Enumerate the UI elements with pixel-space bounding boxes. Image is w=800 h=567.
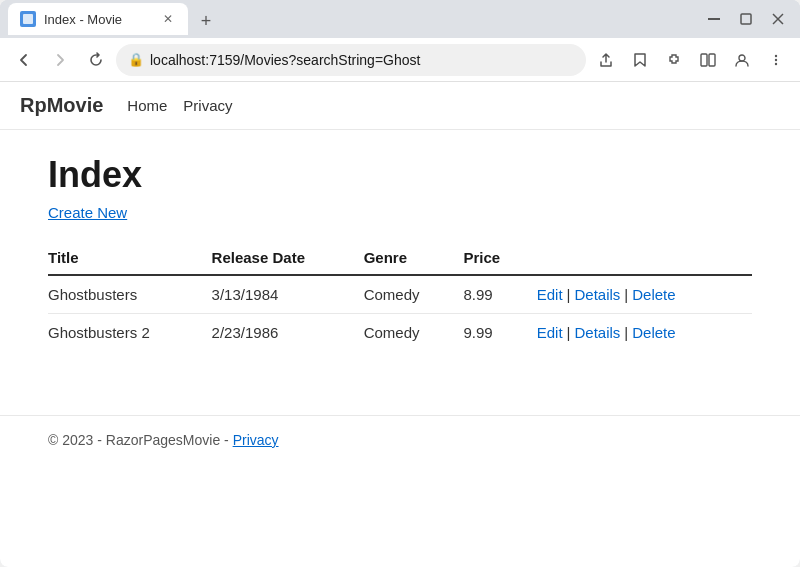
browser-nav-bar: 🔒 localhost:7159/Movies?searchString=Gho… bbox=[0, 38, 800, 82]
menu-button[interactable] bbox=[760, 44, 792, 76]
separator: | bbox=[624, 324, 628, 341]
col-genre: Genre bbox=[364, 241, 464, 275]
details-link[interactable]: Details bbox=[574, 324, 620, 341]
svg-rect-7 bbox=[709, 54, 715, 66]
refresh-button[interactable] bbox=[80, 44, 112, 76]
share-button[interactable] bbox=[590, 44, 622, 76]
main-content: Index Create New Title Release Date Genr… bbox=[0, 130, 800, 383]
profile-button[interactable] bbox=[726, 44, 758, 76]
cell-title: Ghostbusters 2 bbox=[48, 314, 212, 352]
svg-rect-0 bbox=[23, 14, 33, 24]
window-controls bbox=[700, 5, 792, 33]
split-view-button[interactable] bbox=[692, 44, 724, 76]
edit-link[interactable]: Edit bbox=[537, 286, 563, 303]
cell-actions: Edit | Details | Delete bbox=[537, 314, 752, 352]
forward-button[interactable] bbox=[44, 44, 76, 76]
delete-link[interactable]: Delete bbox=[632, 324, 675, 341]
edit-link[interactable]: Edit bbox=[537, 324, 563, 341]
cell-release-date: 3/13/1984 bbox=[212, 275, 364, 314]
table-header-row: Title Release Date Genre Price bbox=[48, 241, 752, 275]
back-button[interactable] bbox=[8, 44, 40, 76]
browser-action-buttons bbox=[590, 44, 792, 76]
table-row: Ghostbusters 3/13/1984 Comedy 8.99 Edit … bbox=[48, 275, 752, 314]
col-title: Title bbox=[48, 241, 212, 275]
col-price: Price bbox=[463, 241, 536, 275]
table-row: Ghostbusters 2 2/23/1986 Comedy 9.99 Edi… bbox=[48, 314, 752, 352]
tab-favicon bbox=[20, 11, 36, 27]
cell-price: 8.99 bbox=[463, 275, 536, 314]
nav-home[interactable]: Home bbox=[127, 97, 167, 114]
cell-price: 9.99 bbox=[463, 314, 536, 352]
svg-point-10 bbox=[775, 58, 777, 60]
separator: | bbox=[567, 286, 571, 303]
details-link[interactable]: Details bbox=[574, 286, 620, 303]
window-close-button[interactable] bbox=[764, 5, 792, 33]
site-nav: Home Privacy bbox=[127, 97, 232, 114]
cell-title: Ghostbusters bbox=[48, 275, 212, 314]
tab-bar: Index - Movie ✕ + bbox=[8, 3, 688, 35]
svg-point-11 bbox=[775, 62, 777, 64]
footer-privacy-link[interactable]: Privacy bbox=[233, 432, 279, 448]
page-title: Index bbox=[48, 154, 752, 196]
page-content: RpMovie Home Privacy Index Create New Ti… bbox=[0, 82, 800, 567]
site-header: RpMovie Home Privacy bbox=[0, 82, 800, 130]
bookmark-button[interactable] bbox=[624, 44, 656, 76]
extensions-button[interactable] bbox=[658, 44, 690, 76]
tab-title: Index - Movie bbox=[44, 12, 152, 27]
cell-actions: Edit | Details | Delete bbox=[537, 275, 752, 314]
cell-genre: Comedy bbox=[364, 314, 464, 352]
footer-text: © 2023 - RazorPagesMovie - bbox=[48, 432, 233, 448]
col-actions bbox=[537, 241, 752, 275]
svg-marker-5 bbox=[635, 54, 645, 66]
window-restore-button[interactable] bbox=[732, 5, 760, 33]
site-brand: RpMovie bbox=[20, 94, 103, 117]
separator: | bbox=[567, 324, 571, 341]
delete-link[interactable]: Delete bbox=[632, 286, 675, 303]
svg-rect-1 bbox=[708, 18, 720, 20]
cell-release-date: 2/23/1986 bbox=[212, 314, 364, 352]
svg-point-9 bbox=[775, 54, 777, 56]
svg-rect-6 bbox=[701, 54, 707, 66]
cell-genre: Comedy bbox=[364, 275, 464, 314]
browser-window: Index - Movie ✕ + 🔒 bbox=[0, 0, 800, 567]
separator: | bbox=[624, 286, 628, 303]
title-bar: Index - Movie ✕ + bbox=[0, 0, 800, 38]
lock-icon: 🔒 bbox=[128, 52, 144, 67]
tab-close-button[interactable]: ✕ bbox=[160, 11, 176, 27]
create-new-link[interactable]: Create New bbox=[48, 204, 127, 221]
nav-privacy[interactable]: Privacy bbox=[183, 97, 232, 114]
address-text: localhost:7159/Movies?searchString=Ghost bbox=[150, 52, 574, 68]
movies-table: Title Release Date Genre Price Ghostbust… bbox=[48, 241, 752, 351]
window-minimize-button[interactable] bbox=[700, 5, 728, 33]
new-tab-button[interactable]: + bbox=[192, 7, 220, 35]
active-tab[interactable]: Index - Movie ✕ bbox=[8, 3, 188, 35]
col-release-date: Release Date bbox=[212, 241, 364, 275]
site-footer: © 2023 - RazorPagesMovie - Privacy bbox=[0, 415, 800, 464]
svg-rect-2 bbox=[741, 14, 751, 24]
address-bar[interactable]: 🔒 localhost:7159/Movies?searchString=Gho… bbox=[116, 44, 586, 76]
svg-point-8 bbox=[739, 55, 745, 61]
